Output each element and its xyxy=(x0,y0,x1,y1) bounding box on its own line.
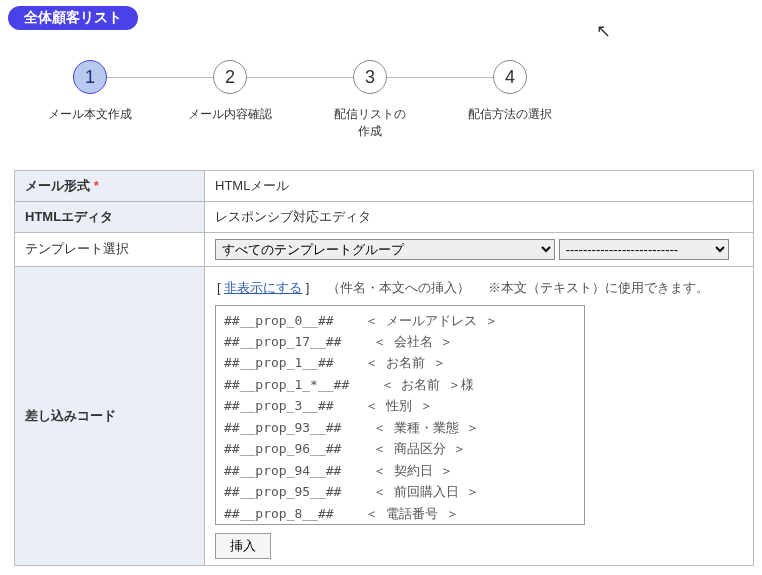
step-2-circle: 2 xyxy=(213,60,247,94)
step-2-label: メール内容確認 xyxy=(188,106,272,123)
step-1-circle: 1 xyxy=(73,60,107,94)
template-label: テンプレート選択 xyxy=(15,232,205,266)
step-4-label: 配信方法の選択 xyxy=(468,106,552,123)
template-group-select[interactable]: すべてのテンプレートグループ xyxy=(215,239,555,260)
step-4[interactable]: 4 配信方法の選択 xyxy=(440,60,580,123)
step-3-circle: 3 xyxy=(353,60,387,94)
html-editor-label: HTMLエディタ xyxy=(15,201,205,232)
hide-link[interactable]: 非表示にする xyxy=(224,280,302,295)
merge-head: [ 非表示にする ] （件名・本文への挿入） ※本文（テキスト）に使用できます。 xyxy=(217,279,743,297)
merge-note1: （件名・本文への挿入） xyxy=(327,280,470,295)
insert-button[interactable]: 挿入 xyxy=(215,533,271,559)
step-3-label: 配信リストの 作成 xyxy=(334,106,406,140)
wizard-steps: 1 メール本文作成 2 メール内容確認 3 配信リストの 作成 4 配信方法の選… xyxy=(20,60,762,140)
required-mark: * xyxy=(94,178,99,193)
merge-note2: ※本文（テキスト）に使用できます。 xyxy=(488,280,709,295)
step-4-circle: 4 xyxy=(493,60,527,94)
step-1[interactable]: 1 メール本文作成 xyxy=(20,60,160,123)
merge-code-label: 差し込みコード xyxy=(15,266,205,565)
template-second-select[interactable]: -------------------------- xyxy=(559,239,729,260)
page-title-pill: 全体顧客リスト xyxy=(8,6,138,30)
mail-format-value: HTMLメール xyxy=(205,170,754,201)
html-editor-value: レスポンシブ対応エディタ xyxy=(205,201,754,232)
template-cell: すべてのテンプレートグループ -------------------------… xyxy=(205,232,754,266)
step-2[interactable]: 2 メール内容確認 xyxy=(160,60,300,123)
cursor-pointer-icon: ↖ xyxy=(596,20,611,42)
mail-format-label: メール形式 * xyxy=(15,170,205,201)
form-table: メール形式 * HTMLメール HTMLエディタ レスポンシブ対応エディタ テン… xyxy=(14,170,754,566)
step-3[interactable]: 3 配信リストの 作成 xyxy=(300,60,440,140)
merge-code-cell: [ 非表示にする ] （件名・本文への挿入） ※本文（テキスト）に使用できます。… xyxy=(205,266,754,565)
merge-code-list[interactable]: ##__prop_0__## ＜ メールアドレス ＞ ##__prop_17__… xyxy=(215,305,585,525)
step-1-label: メール本文作成 xyxy=(48,106,132,123)
